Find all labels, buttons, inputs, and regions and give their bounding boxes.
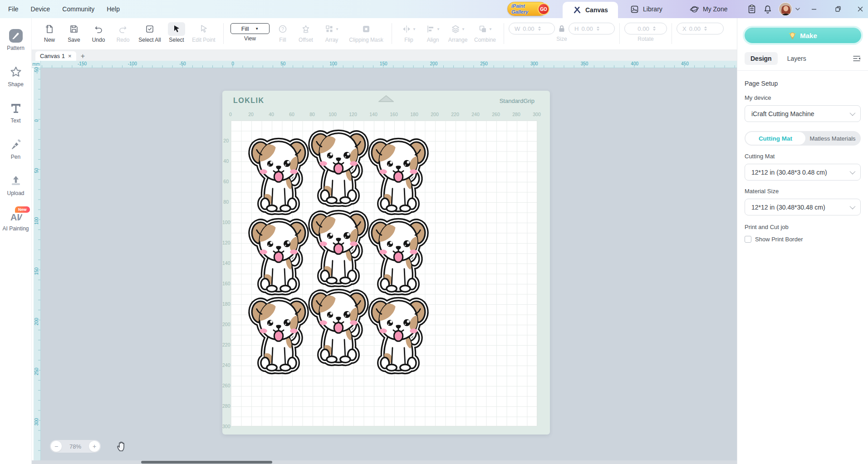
canvas-tab-1[interactable]: Canvas 1 ×: [35, 51, 76, 61]
canvas-tab-close-icon[interactable]: ×: [68, 53, 72, 59]
width-stepper[interactable]: [538, 26, 541, 31]
new-badge: New: [15, 206, 30, 213]
avatar-chevron-down-icon[interactable]: [795, 6, 800, 12]
zoom-level: 78%: [69, 443, 81, 450]
material-size-dropdown[interactable]: 12*12 in (30.48*30.48 cm): [745, 199, 861, 215]
mat-mode-segmented-control: Cutting Mat Matless Materials: [745, 131, 861, 146]
select-all-button[interactable]: Select All: [135, 22, 164, 43]
puppy-sticker[interactable]: [307, 125, 370, 209]
width-input[interactable]: W0.00: [509, 23, 555, 34]
menu-file[interactable]: File: [8, 5, 19, 13]
toolbar-separator: [672, 23, 672, 44]
size-group: W0.00 H0.00 Size: [509, 22, 615, 42]
cutting-mat-dropdown[interactable]: 12*12 in (30.48*3 0.48 cm): [745, 164, 861, 181]
orders-clipboard-icon[interactable]: [747, 4, 757, 14]
maximize-button[interactable]: [834, 5, 842, 13]
h-ruler-label: 250: [480, 61, 488, 66]
go-button[interactable]: GO: [538, 3, 549, 15]
fill-button[interactable]: ? Fill: [272, 22, 294, 43]
zoom-in-button[interactable]: +: [89, 441, 100, 452]
v-ruler-label: 0: [34, 119, 39, 122]
mat-top-label: 80: [309, 112, 315, 117]
scrollbar-thumb[interactable]: [141, 461, 272, 464]
library-icon: [630, 5, 639, 14]
pan-hand-icon[interactable]: [116, 440, 128, 452]
add-canvas-tab-button[interactable]: +: [76, 51, 90, 61]
mat-brand-logo: LOKLIK: [233, 97, 265, 105]
x-position-input[interactable]: X0.00: [677, 23, 724, 34]
combine-button[interactable]: ▼ Combine: [471, 22, 499, 43]
menu-device[interactable]: Device: [31, 5, 50, 13]
mat-notch: [376, 94, 396, 103]
sidebar-item-shape[interactable]: Shape: [1, 65, 31, 88]
x-stepper[interactable]: [704, 26, 707, 31]
tab-library[interactable]: Library: [630, 0, 662, 18]
minimize-button[interactable]: [810, 5, 818, 13]
puppy-sticker[interactable]: [307, 205, 370, 289]
mat-side-label: 280: [222, 403, 229, 409]
puppy-sticker[interactable]: [247, 213, 310, 298]
sidebar-item-pattern[interactable]: Pattern: [1, 29, 31, 51]
puppy-sticker[interactable]: [367, 213, 430, 298]
tab-canvas[interactable]: Canvas: [563, 2, 618, 18]
offset-button[interactable]: Offset: [294, 22, 318, 43]
clipping-mask-button[interactable]: Clipping Mask: [345, 22, 387, 43]
array-button[interactable]: ▼ Array: [318, 22, 345, 43]
puppy-sticker[interactable]: [367, 133, 430, 217]
rotate-stepper[interactable]: [653, 26, 656, 31]
puppy-sticker[interactable]: [367, 292, 430, 376]
matless-materials-tab[interactable]: Matless Materials: [805, 132, 860, 145]
show-print-border-label: Show Print Border: [755, 236, 803, 243]
sidebar-item-upload[interactable]: Upload: [1, 174, 31, 196]
select-button[interactable]: Select: [164, 22, 189, 43]
show-print-border-checkbox[interactable]: [745, 236, 751, 243]
h-ruler-label: -100: [128, 61, 137, 66]
make-button[interactable]: Make: [745, 28, 861, 43]
align-button[interactable]: ▼ Align: [421, 22, 445, 43]
puppy-sticker[interactable]: [247, 292, 310, 376]
ipaint-gallery-badge[interactable]: iPaint Gallery GO: [507, 2, 547, 16]
mat-top-label: 220: [451, 112, 459, 117]
save-button[interactable]: Save: [62, 22, 86, 43]
tab-design[interactable]: Design: [745, 52, 778, 65]
user-avatar[interactable]: [779, 2, 792, 16]
menu-community[interactable]: Community: [62, 5, 94, 13]
height-input[interactable]: H0.00: [569, 23, 615, 34]
sidebar-item-ai-painting[interactable]: New AI AI Painting: [1, 210, 31, 232]
edit-point-button[interactable]: Edit Point: [189, 22, 219, 43]
mat-grip-label: StandardGrip: [500, 98, 535, 104]
zoom-out-button[interactable]: −: [51, 441, 62, 452]
redo-button[interactable]: Redo: [111, 22, 135, 43]
menu-help[interactable]: Help: [107, 5, 120, 13]
cutting-mat-tab[interactable]: Cutting Mat: [745, 132, 805, 145]
tab-my-zone[interactable]: My Zone: [690, 0, 727, 18]
notifications-bell-icon[interactable]: [763, 4, 773, 14]
pen-icon: [9, 138, 23, 151]
flip-button[interactable]: ▼ Flip: [397, 22, 421, 43]
collapse-panel-icon[interactable]: [853, 55, 861, 62]
rotate-input[interactable]: 0.00: [624, 23, 667, 34]
sidebar-item-pen[interactable]: Pen: [1, 138, 31, 160]
view-mode-dropdown[interactable]: Fill▼: [230, 23, 270, 34]
v-ruler-label: 200: [34, 317, 39, 325]
rotate-group: 0.00 Rotate: [624, 22, 667, 42]
mat-side-label: 20: [222, 138, 229, 143]
my-device-label: My device: [745, 94, 861, 101]
tab-layers[interactable]: Layers: [781, 52, 812, 65]
new-button[interactable]: New: [37, 22, 62, 43]
puppy-sticker[interactable]: [307, 284, 370, 368]
height-stepper[interactable]: [597, 26, 599, 31]
mat-top-label: 60: [289, 112, 294, 117]
device-dropdown[interactable]: iCraft Cutting Machine: [745, 105, 861, 122]
close-button[interactable]: [857, 5, 864, 13]
undo-button[interactable]: Undo: [86, 22, 111, 43]
horizontal-scrollbar[interactable]: [32, 460, 737, 464]
arrange-button[interactable]: ▼ Arrange: [445, 22, 471, 43]
puppy-sticker[interactable]: [247, 133, 310, 217]
canvas-viewport[interactable]: LOKLIK StandardGrip 02040608010012014016…: [41, 68, 737, 464]
sidebar-item-text[interactable]: Text: [1, 102, 31, 124]
sidebar-label: Pattern: [7, 45, 25, 51]
aspect-lock-icon[interactable]: [558, 24, 565, 33]
panel-tabs: Design Layers: [745, 52, 861, 65]
h-ruler-label: 350: [581, 61, 588, 66]
